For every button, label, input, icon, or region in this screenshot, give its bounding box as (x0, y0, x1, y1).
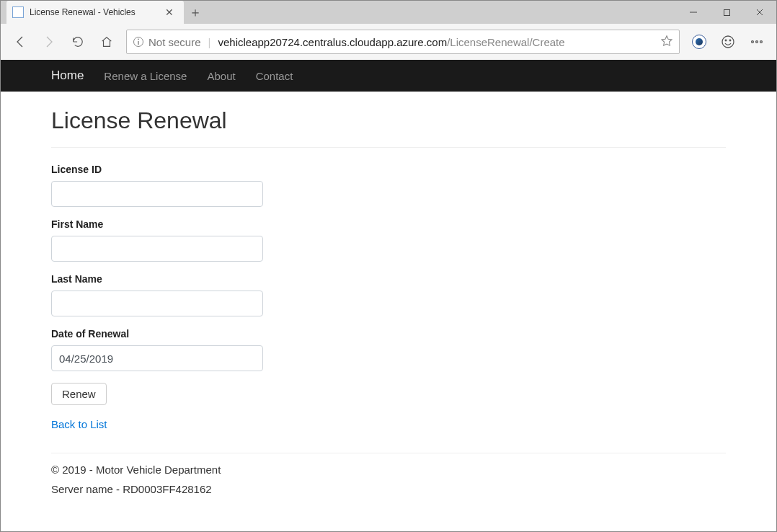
svg-point-7 (722, 36, 734, 48)
renew-button[interactable]: Renew (51, 383, 107, 405)
extension-button[interactable] (685, 28, 713, 56)
svg-rect-1 (724, 9, 729, 15)
input-last-name[interactable] (51, 291, 263, 316)
form-group-license-id: License ID (51, 164, 263, 207)
browser-titlebar: License Renewal - Vehicles ✕ ＋ (1, 1, 776, 24)
browser-toolbar: Not secure | vehicleapp20724.centralus.c… (1, 24, 776, 60)
nav-contact[interactable]: Contact (256, 70, 293, 82)
url-path: /LicenseRenewal/Create (447, 36, 564, 48)
input-license-id[interactable] (51, 181, 263, 207)
footer-divider (51, 453, 726, 453)
browser-tab[interactable]: License Renewal - Vehicles ✕ (6, 1, 184, 24)
browser-chrome: License Renewal - Vehicles ✕ ＋ (1, 1, 776, 60)
close-window-button[interactable] (743, 1, 776, 24)
forward-button (35, 28, 63, 56)
svg-point-10 (752, 41, 754, 43)
main-content: License Renewal License ID First Name La… (1, 92, 776, 518)
footer-copyright: © 2019 - Motor Vehicle Department (51, 464, 726, 476)
input-date-of-renewal[interactable] (51, 345, 263, 371)
svg-point-6 (138, 39, 139, 40)
form-group-last-name: Last Name (51, 273, 263, 316)
refresh-button[interactable] (64, 28, 92, 56)
label-date-of-renewal: Date of Renewal (51, 328, 263, 340)
form-group-date-of-renewal: Date of Renewal (51, 328, 263, 371)
security-label: Not secure (148, 36, 201, 48)
security-indicator[interactable]: Not secure (133, 36, 201, 48)
nav-home[interactable]: Home (51, 68, 84, 83)
back-to-list-link[interactable]: Back to List (51, 418, 107, 430)
feedback-button[interactable] (714, 28, 742, 56)
svg-point-11 (756, 41, 758, 43)
toolbar-right (685, 28, 771, 56)
tab-title: License Renewal - Vehicles (30, 7, 162, 17)
label-first-name: First Name (51, 218, 263, 230)
new-tab-button[interactable]: ＋ (184, 1, 207, 24)
menu-button[interactable] (743, 28, 771, 56)
svg-point-8 (725, 40, 727, 41)
svg-point-12 (760, 41, 763, 43)
window-controls (677, 1, 776, 24)
extension-icon (692, 35, 706, 49)
maximize-button[interactable] (710, 1, 743, 24)
back-button[interactable] (6, 28, 34, 56)
favorite-icon[interactable] (660, 35, 673, 50)
label-last-name: Last Name (51, 273, 263, 285)
address-separator: | (208, 36, 211, 48)
input-first-name[interactable] (51, 236, 263, 262)
info-icon (133, 36, 144, 48)
page-title: License Renewal (51, 107, 726, 134)
form-group-first-name: First Name (51, 218, 263, 262)
nav-renew-license[interactable]: Renew a License (104, 70, 187, 82)
svg-point-9 (729, 40, 731, 41)
close-tab-icon[interactable]: ✕ (162, 6, 177, 18)
home-button[interactable] (93, 28, 120, 56)
url-host: vehicleapp20724.centralus.cloudapp.azure… (218, 36, 447, 48)
nav-about[interactable]: About (207, 70, 235, 82)
favicon-icon (12, 6, 24, 18)
site-navbar: Home Renew a License About Contact (1, 60, 776, 92)
label-license-id: License ID (51, 164, 263, 175)
footer-server: Server name - RD0003FF428162 (51, 483, 726, 495)
divider (51, 147, 726, 148)
minimize-button[interactable] (677, 1, 710, 24)
address-bar[interactable]: Not secure | vehicleapp20724.centralus.c… (126, 30, 680, 54)
